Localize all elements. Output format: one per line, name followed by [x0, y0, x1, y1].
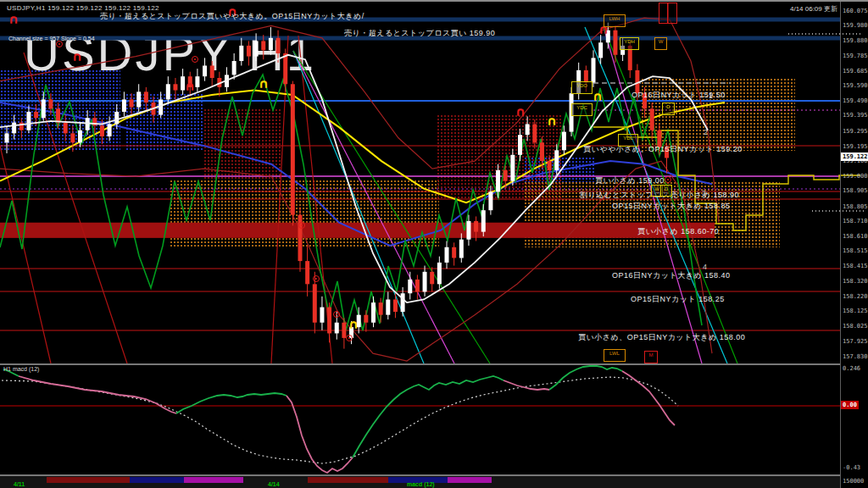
channel-line — [24, 53, 127, 363]
price-axis-label: 159.000 — [843, 173, 867, 180]
sell-signal-icon: ∩ — [185, 79, 195, 94]
candle-body — [195, 76, 199, 87]
annotation-text: 買い小さめ、OP15日NYカット大きめ 158.00 — [578, 332, 745, 343]
candle-body — [335, 323, 339, 334]
annotation-text: OP15日NYカット 158.25 — [631, 294, 725, 305]
candle-body — [261, 41, 265, 50]
candle-body — [548, 161, 552, 170]
annotation-text: 売り・超えるとストップロス買い 159.90 — [344, 28, 495, 39]
price-axis-border — [840, 2, 841, 488]
annotation-text: 買いやや小さめ。OP15日NYカット 159.20 — [583, 144, 743, 155]
price-axis-label: 158.320 — [843, 278, 867, 285]
pivot-label-YDC: YDC — [571, 103, 593, 116]
candle-body — [305, 261, 309, 284]
candle-body — [108, 124, 112, 136]
macd-scale-label: 150000 — [843, 478, 867, 485]
candle-body — [48, 99, 53, 108]
candle-body — [526, 124, 530, 135]
alert-dot-center — [194, 58, 196, 60]
pivot-label-D: D — [662, 103, 675, 115]
candle-body — [203, 65, 207, 76]
candle-body — [364, 315, 368, 323]
level-number: 4 — [703, 263, 707, 271]
price-axis-label: 159.395 — [843, 112, 867, 119]
candle-body — [298, 215, 303, 261]
alert-dot-center — [667, 179, 669, 180]
price-axis-label: 159.880 — [843, 37, 867, 44]
candle-body — [532, 124, 537, 142]
price-axis-label: 160.075 — [843, 8, 867, 14]
candle-body — [518, 135, 522, 155]
price-chart-canvas[interactable]: ∩∩∩∩∩∩∩∩∩∩ — [0, 2, 868, 488]
sell-signal-icon: ∩ — [515, 104, 526, 119]
candle-body — [42, 99, 46, 118]
level-number: 1 — [709, 92, 713, 100]
sell-signal-icon: ∩ — [8, 12, 19, 27]
candle-body — [327, 308, 331, 334]
candle-body — [320, 308, 324, 323]
candle-body — [504, 170, 508, 181]
annotation-text: 買い小さめ 158.60-70 — [637, 226, 719, 237]
macd-main-line — [549, 366, 622, 390]
candle-body — [78, 130, 82, 143]
price-axis-label: 158.805 — [843, 203, 867, 210]
session-segment — [308, 477, 388, 483]
macd-zero-badge: 0.00 — [841, 401, 859, 409]
price-axis-label: 159.195 — [843, 143, 867, 150]
candle-body — [166, 84, 170, 99]
candle-body — [342, 323, 346, 338]
candle-body — [64, 123, 68, 134]
candle-body — [598, 42, 603, 58]
candle-body — [269, 38, 273, 51]
price-axis-label: 158.025 — [843, 323, 867, 330]
price-axis-label: 159.685 — [843, 68, 867, 75]
pivot-label-marker — [667, 3, 677, 24]
candle-body — [136, 92, 141, 107]
candle-body — [26, 112, 31, 130]
macd-main-line — [287, 396, 353, 473]
candle-body — [488, 191, 492, 210]
candle-body — [276, 38, 281, 53]
price-axis-label: 158.415 — [843, 263, 867, 269]
candle-body — [554, 150, 559, 170]
candle-body — [12, 123, 16, 134]
candle-body — [254, 41, 259, 56]
candle-body — [481, 210, 486, 231]
candle-body — [283, 53, 287, 84]
candle-body — [86, 118, 90, 130]
price-axis-label: 159.590 — [843, 82, 867, 89]
price-axis-label: 158.220 — [843, 293, 867, 300]
macd-panel-separator — [0, 363, 840, 365]
session-segment — [448, 477, 492, 483]
updated-timestamp: 4/14 06:09 更新 — [790, 4, 837, 14]
channel-info-label: Channel size = 957 Slope = 0.54 — [8, 36, 95, 42]
alert-dot-center — [348, 337, 350, 339]
candle-body — [423, 272, 427, 292]
pivot-label-M: M — [644, 351, 658, 363]
pivot-label-YDH: YDH — [620, 37, 639, 50]
candle-body — [459, 240, 464, 258]
buy-signal-icon: ∩ — [259, 76, 269, 92]
candle-body — [452, 247, 456, 258]
buy-signal-icon: ∩ — [593, 89, 603, 104]
macd-main-line — [622, 371, 675, 425]
candle-body — [34, 112, 38, 118]
candle-body — [144, 92, 148, 103]
candle-body — [445, 247, 449, 263]
mt4-chart-window: USDJPY H1 ∩∩∩∩∩∩∩∩∩∩ USDJPY,H1 159.122 1… — [0, 0, 868, 488]
candle-body — [159, 99, 163, 114]
price-axis-label: 158.710 — [843, 218, 867, 225]
buy-signal-icon: ∩ — [547, 114, 557, 129]
green-zigzag — [0, 75, 702, 330]
timeline-label: 4/11 — [14, 481, 25, 487]
candle-body — [56, 108, 60, 122]
candle-body — [5, 133, 9, 142]
price-axis-label: 157.925 — [843, 338, 867, 345]
candle-body — [70, 133, 75, 142]
level-number: 3 — [702, 189, 706, 197]
candle-body — [313, 284, 317, 322]
annotation-text: OP16日NYカット大きめ 158.40 — [612, 270, 731, 281]
pivot-label-D: D — [660, 185, 672, 197]
annotation-text: 売り・超えるとストップロス買いやや大きめ。OP15日NYカット大きめ/ — [100, 11, 364, 22]
timeline-bar[interactable]: 4/114/14macd (12) — [0, 476, 840, 488]
